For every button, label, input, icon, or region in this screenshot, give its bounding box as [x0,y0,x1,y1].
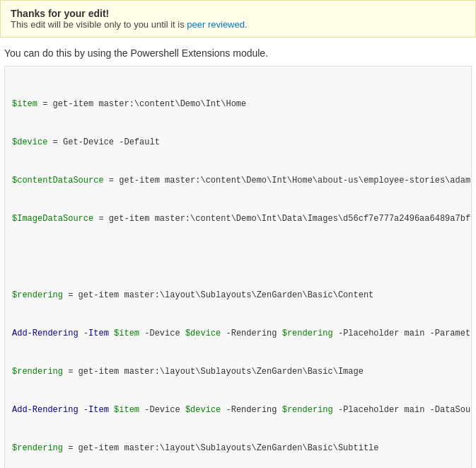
code-block[interactable]: $item = get-item master:\content\Demo\In… [5,67,471,468]
code-block-wrapper: $item = get-item master:\content\Demo\In… [4,66,472,468]
code-line-4: $ImageDataSource = get-item master:\cont… [12,212,464,225]
edit-notice-body-text: This edit will be visible only to you un… [11,19,185,30]
edit-notice-title: Thanks for your edit! [11,8,465,19]
code-line-8: $rendering = get-item master:\layout\Sub… [12,365,464,378]
code-line-1: $item = get-item master:\content\Demo\In… [12,98,464,110]
code-line-2: $device = Get-Device -Default [12,136,464,149]
code-line-5 [12,251,464,263]
edit-notice: Thanks for your edit! This edit will be … [0,0,476,38]
code-line-3: $contentDataSource = get-item master:\co… [12,174,464,187]
intro-text: You can do this by using the Powershell … [4,47,472,59]
answer-body: You can do this by using the Powershell … [0,47,476,468]
code-line-6: $rendering = get-item master:\layout\Sub… [12,289,464,302]
code-line-10: $rendering = get-item master:\layout\Sub… [12,442,464,455]
peer-reviewed-link[interactable]: peer reviewed. [187,19,247,30]
edit-notice-body: This edit will be visible only to you un… [11,19,465,30]
code-line-7: Add-Rendering -Item $item -Device $devic… [12,327,464,340]
code-line-9: Add-Rendering -Item $item -Device $devic… [12,404,464,416]
